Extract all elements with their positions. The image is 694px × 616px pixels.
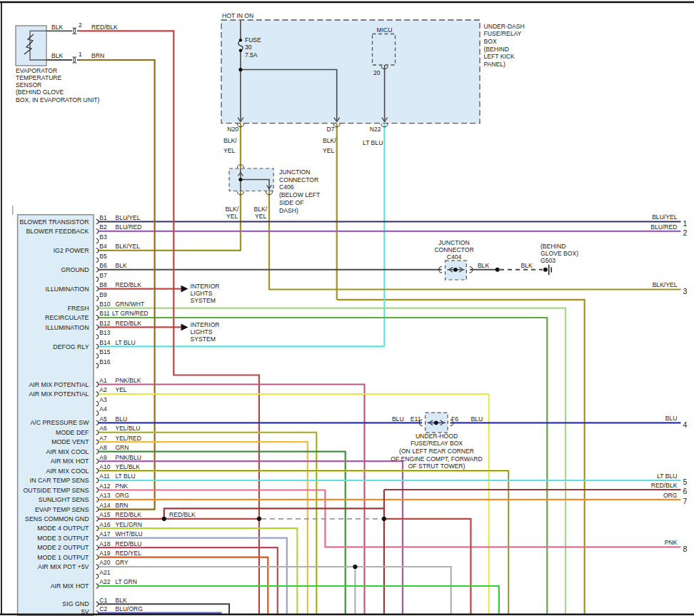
svg-text:MODE 2 OUTPUT: MODE 2 OUTPUT <box>37 544 89 551</box>
svg-text:PNK: PNK <box>116 483 129 490</box>
svg-text:D7: D7 <box>327 126 335 133</box>
svg-text:RECIRCULATE: RECIRCULATE <box>45 314 89 321</box>
svg-text:RED/BLU: RED/BLU <box>116 540 142 547</box>
svg-text:G503: G503 <box>540 257 555 264</box>
svg-text:PANEL): PANEL) <box>484 61 506 68</box>
svg-text:MODE DEF: MODE DEF <box>56 429 89 436</box>
svg-text:INTERIOR: INTERIOR <box>191 321 220 328</box>
svg-text:IG2 POWER: IG2 POWER <box>54 247 89 254</box>
svg-text:(BEHIND: (BEHIND <box>484 46 509 53</box>
svg-text:LEFT KICK: LEFT KICK <box>484 53 516 60</box>
svg-text:SIG GND: SIG GND <box>62 600 89 607</box>
svg-text:A9: A9 <box>99 454 107 461</box>
svg-text:A16: A16 <box>99 521 110 528</box>
svg-text:BLU/RED: BLU/RED <box>650 223 677 231</box>
svg-text:A20: A20 <box>99 559 110 566</box>
svg-text:JUNCTION: JUNCTION <box>279 168 310 176</box>
svg-text:SENSOR: SENSOR <box>16 81 41 89</box>
svg-text:2: 2 <box>79 21 82 29</box>
svg-text:OF ENGINE COMPT, FORWARD: OF ENGINE COMPT, FORWARD <box>391 455 482 463</box>
svg-text:AIR MIX HOT: AIR MIX HOT <box>51 582 89 590</box>
svg-text:OF STRUT TOWER): OF STRUT TOWER) <box>408 463 466 470</box>
svg-text:BOX, IN EVAPORATOR UNIT): BOX, IN EVAPORATOR UNIT) <box>16 96 100 103</box>
svg-text:SIDE OF: SIDE OF <box>279 199 303 206</box>
svg-text:(BEHIND: (BEHIND <box>540 243 565 250</box>
svg-text:MODE 3 OUTPUT: MODE 3 OUTPUT <box>37 535 89 542</box>
svg-text:A8: A8 <box>99 444 107 451</box>
svg-text:YEL/RED: YEL/RED <box>116 435 141 442</box>
svg-text:BLK: BLK <box>116 597 127 604</box>
svg-text:A13: A13 <box>99 492 110 499</box>
svg-text:GROUND: GROUND <box>61 266 89 273</box>
svg-text:2: 2 <box>683 228 688 237</box>
svg-text:BRN: BRN <box>91 52 104 59</box>
svg-text:MODE 4 OUTPUT: MODE 4 OUTPUT <box>37 525 89 532</box>
svg-text:F6: F6 <box>451 415 458 423</box>
svg-text:5: 5 <box>683 478 688 486</box>
svg-text:30: 30 <box>245 44 252 51</box>
svg-text:B7: B7 <box>99 272 107 279</box>
svg-text:YEL: YEL <box>226 213 238 220</box>
svg-text:(BEHIND GLOVE: (BEHIND GLOVE <box>16 89 64 96</box>
svg-text:RED/BLK: RED/BLK <box>169 511 196 518</box>
svg-text:BLU: BLU <box>116 415 128 423</box>
svg-text:B9: B9 <box>99 291 107 298</box>
svg-text:FUSE/RELAY: FUSE/RELAY <box>484 30 522 37</box>
svg-text:B5: B5 <box>99 253 107 260</box>
svg-text:LT BLU: LT BLU <box>116 339 136 346</box>
svg-text:6: 6 <box>683 487 688 495</box>
svg-text:A19: A19 <box>99 550 110 557</box>
svg-text:B1: B1 <box>99 214 107 221</box>
svg-text:EVAP TEMP SENS: EVAP TEMP SENS <box>35 506 89 513</box>
svg-text:BLU/YEL: BLU/YEL <box>652 213 678 221</box>
svg-text:BLK: BLK <box>521 262 533 269</box>
svg-text:7: 7 <box>683 497 688 505</box>
svg-text:E11: E11 <box>411 415 421 423</box>
svg-text:20: 20 <box>373 69 381 76</box>
svg-text:A22: A22 <box>99 578 110 585</box>
svg-text:YEL: YEL <box>255 213 266 220</box>
svg-text:DASH): DASH) <box>279 207 298 214</box>
svg-text:SENS COMMON GND: SENS COMMON GND <box>25 515 89 522</box>
svg-text:RED/BLK: RED/BLK <box>116 281 142 288</box>
svg-text:A3: A3 <box>99 396 107 403</box>
svg-text:GRN: GRN <box>116 444 129 451</box>
svg-text:BLOWER FEEDBACK: BLOWER FEEDBACK <box>26 228 89 235</box>
svg-text:BLU/ORG: BLU/ORG <box>116 605 143 612</box>
svg-text:B11: B11 <box>99 310 110 317</box>
svg-text:7.5A: 7.5A <box>245 51 258 59</box>
svg-text:PNK/BLU: PNK/BLU <box>116 454 141 461</box>
svg-text:AIR MIX HOT: AIR MIX HOT <box>51 458 89 465</box>
svg-text:AIR MIX POT +5V: AIR MIX POT +5V <box>38 563 89 570</box>
svg-text:A7: A7 <box>99 435 107 442</box>
svg-text:BLU/YEL: BLU/YEL <box>116 214 141 221</box>
svg-text:LT BLU: LT BLU <box>116 473 136 480</box>
svg-text:BLK/: BLK/ <box>254 206 268 213</box>
svg-text:BLOWER TRANSISTOR: BLOWER TRANSISTOR <box>20 218 89 226</box>
svg-text:8: 8 <box>683 545 688 553</box>
svg-text:C1: C1 <box>99 597 107 604</box>
svg-text:B16: B16 <box>99 358 110 365</box>
svg-text:B8: B8 <box>99 281 107 288</box>
svg-text:JUNCTION: JUNCTION <box>438 239 469 246</box>
svg-text:A5: A5 <box>99 415 107 423</box>
svg-text:HOT IN ON: HOT IN ON <box>222 12 253 19</box>
svg-text:1: 1 <box>79 51 82 58</box>
svg-text:INTERIOR: INTERIOR <box>191 283 220 290</box>
svg-text:SYSTEM: SYSTEM <box>191 297 216 304</box>
svg-text:A15: A15 <box>99 511 110 518</box>
svg-text:LT BLU: LT BLU <box>657 473 677 480</box>
svg-text:A6: A6 <box>99 425 107 432</box>
svg-text:BLK/: BLK/ <box>323 137 336 144</box>
svg-text:A14: A14 <box>99 502 110 509</box>
svg-text:YEL/BLK: YEL/BLK <box>116 463 141 470</box>
svg-text:BLK/: BLK/ <box>226 206 239 213</box>
svg-text:MODE VENT: MODE VENT <box>51 438 89 445</box>
svg-text:GRY: GRY <box>116 559 129 566</box>
svg-text:PNK/BLK: PNK/BLK <box>116 377 141 384</box>
svg-text:LIGHTS: LIGHTS <box>191 328 213 335</box>
svg-text:FRESH: FRESH <box>68 305 89 312</box>
svg-text:BLU: BLU <box>471 415 483 423</box>
svg-text:N20: N20 <box>227 126 238 133</box>
svg-text:LT BLU: LT BLU <box>363 139 383 146</box>
